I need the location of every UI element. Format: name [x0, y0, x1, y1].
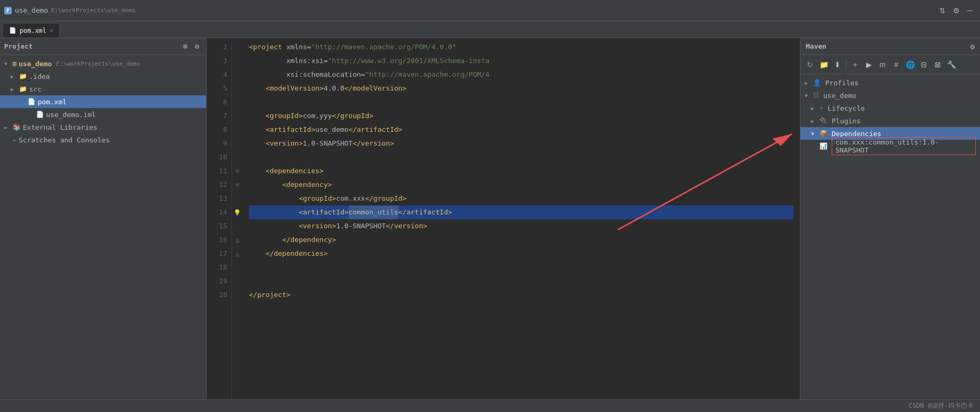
line-num-7: 7: [207, 109, 227, 123]
tab-bar: 📄 pom.xml ✕: [0, 21, 980, 38]
plugins-label: Plugins: [832, 117, 861, 125]
line-num-3: 3: [207, 54, 227, 68]
fold-11[interactable]: ▽: [232, 164, 243, 178]
gutter: ▽ ▽ 💡 △ △: [232, 38, 243, 399]
maven-skip-btn[interactable]: #: [890, 58, 903, 71]
use-demo-arrow: ▼: [805, 93, 811, 98]
fold-17[interactable]: △: [232, 247, 243, 261]
expand-arrow: ▼: [4, 61, 11, 67]
maven-item-profiles[interactable]: ▶ 👤 Profiles: [800, 76, 980, 89]
maven-align-btn[interactable]: ⊟: [917, 58, 930, 71]
tab-pom-xml[interactable]: 📄 pom.xml ✕: [2, 23, 60, 38]
maven-item-lifecycle[interactable]: ▶ ⚡ Lifecycle: [800, 102, 980, 114]
gutter-6: [232, 109, 243, 123]
gutter-3: [232, 68, 243, 82]
maven-align2-btn[interactable]: ⊠: [931, 58, 944, 71]
maven-gear-icon[interactable]: ⚙: [970, 42, 975, 51]
tab-label: pom.xml: [20, 27, 47, 34]
sidebar-item-ext-lib[interactable]: ▶ 📚 External Libraries: [0, 121, 206, 133]
tab-icon: 📄: [9, 27, 16, 34]
line-num-5: 5: [207, 82, 227, 95]
pom-file-icon: 📄: [28, 98, 35, 105]
plugins-arrow: ▶: [811, 118, 817, 124]
line-num-11: 11: [207, 164, 227, 178]
line-num-19: 19: [207, 274, 227, 288]
line-num-14: 14: [207, 205, 227, 219]
maven-globe-btn[interactable]: 🌐: [904, 58, 916, 71]
iml-file-icon: 📄: [36, 111, 44, 118]
line-num-9: 9: [207, 137, 227, 150]
use-demo-icon: ☷: [813, 92, 819, 99]
bulb-14[interactable]: 💡: [232, 205, 243, 219]
settings-button[interactable]: ⚙: [950, 5, 962, 16]
code-line-7: <groupId> com.yyy </groupId>: [249, 109, 794, 123]
main-content: Project ⊞ ⚙ ▼ ▤ use_demo E:\workProjects…: [0, 38, 980, 399]
split-button[interactable]: ⇅: [937, 5, 948, 16]
code-line-3: xmlns:xsi="http://www.w3.org/2001/XMLSch…: [249, 54, 794, 68]
tab-close-button[interactable]: ✕: [50, 27, 54, 34]
title-bar-left: P use_demo E:\workProjects\use_demo: [4, 6, 136, 14]
line-num-13: 13: [207, 192, 227, 205]
sidebar-gear-icon[interactable]: ⚙: [192, 42, 202, 51]
src-folder-icon: 📁: [19, 85, 27, 93]
project-title: use_demo: [15, 6, 48, 14]
line-num-12: 12: [207, 178, 227, 192]
maven-download-btn[interactable]: ⬇: [831, 58, 844, 71]
maven-wrench-btn[interactable]: 🔧: [945, 58, 958, 71]
gutter-15: [232, 219, 243, 233]
code-line-17: </dependencies>: [249, 247, 794, 261]
code-line-11: <dependencies>: [249, 164, 794, 178]
sidebar-item-label-ext-lib: External Libraries: [23, 123, 97, 131]
line-num-18: 18: [207, 261, 227, 274]
minimize-button[interactable]: ─: [964, 5, 976, 16]
maven-toolbar: ↻ 📁 ⬇ + ▶ m # 🌐 ⊟ ⊠ 🔧: [800, 55, 980, 74]
maven-item-common-utils[interactable]: 📊 com.xxx:common_utils:1.0-SNAPSHOT: [800, 140, 980, 153]
sidebar-title: Project: [4, 43, 33, 50]
maven-panel: Maven ⚙ ↻ 📁 ⬇ + ▶ m # 🌐 ⊟ ⊠ 🔧 ▶ 👤 Profil…: [800, 38, 980, 399]
editor-content[interactable]: 2 3 4 5 6 7 8 9 10 11 12 13 14 15 16 17 …: [207, 38, 800, 399]
status-credit: CSDN @凉拌-玛卡巴卡: [908, 401, 974, 410]
sidebar-item-path: E:\workProjects\use_demo: [56, 60, 140, 67]
sidebar-item-use-demo[interactable]: ▼ ▤ use_demo E:\workProjects\use_demo: [0, 57, 206, 70]
sidebar-item-label-pom: pom.xml: [38, 98, 67, 106]
code-area[interactable]: <project xmlns="http://maven.apache.org/…: [243, 38, 800, 399]
lifecycle-label: Lifecycle: [827, 104, 865, 112]
gutter-8: [232, 137, 243, 150]
project-icon: P: [4, 7, 12, 14]
code-line-18: [249, 261, 794, 274]
maven-add-btn[interactable]: +: [849, 58, 861, 71]
maven-toolbar-divider: [846, 59, 847, 70]
line-num-10: 10: [207, 150, 227, 164]
project-folder-icon: ▤: [13, 60, 16, 67]
maven-item-use-demo[interactable]: ▼ ☷ use_demo: [800, 89, 980, 102]
gutter-7: [232, 123, 243, 137]
code-line-20: </project>: [249, 288, 794, 302]
sidebar-item-label-idea: .idea: [29, 73, 50, 80]
profiles-label: Profiles: [825, 79, 859, 87]
maven-browse-btn[interactable]: 📁: [817, 58, 830, 71]
sidebar-item-pom[interactable]: 📄 pom.xml: [0, 95, 206, 108]
code-line-9: <version> 1.0-SNAPSHOT </version>: [249, 137, 794, 150]
code-line-14: <artifactId> common_utils </artifactId>: [249, 205, 794, 219]
maven-run-btn[interactable]: ▶: [862, 58, 875, 71]
sidebar-item-scratches[interactable]: ✏ Scratches and Consoles: [0, 133, 206, 146]
code-line-5: <modelVersion> 4.0.0 </modelVersion>: [249, 82, 794, 95]
sidebar-header: Project ⊞ ⚙: [0, 38, 206, 55]
fold-16[interactable]: △: [232, 233, 243, 247]
lifecycle-icon: ⚡: [819, 104, 823, 112]
code-line-12: <dependency>: [249, 178, 794, 192]
maven-refresh-btn[interactable]: ↻: [804, 58, 816, 71]
sidebar-item-iml[interactable]: 📄 use_demo.iml: [0, 108, 206, 121]
gutter-1: [232, 40, 243, 54]
dep-icon: 📦: [819, 130, 827, 137]
sidebar-item-idea[interactable]: ▶ 📁 .idea: [0, 70, 206, 83]
gutter-2: [232, 54, 243, 68]
gutter-5: [232, 95, 243, 109]
maven-m-btn[interactable]: m: [876, 58, 889, 71]
maven-item-plugins[interactable]: ▶ 🔌 Plugins: [800, 114, 980, 127]
sidebar-item-label-scratches: Scratches and Consoles: [19, 136, 110, 144]
line-num-16: 16: [207, 233, 227, 247]
sidebar-expand-icon[interactable]: ⊞: [181, 42, 190, 51]
sidebar-item-src[interactable]: ▶ 📁 src: [0, 83, 206, 95]
fold-12[interactable]: ▽: [232, 178, 243, 192]
